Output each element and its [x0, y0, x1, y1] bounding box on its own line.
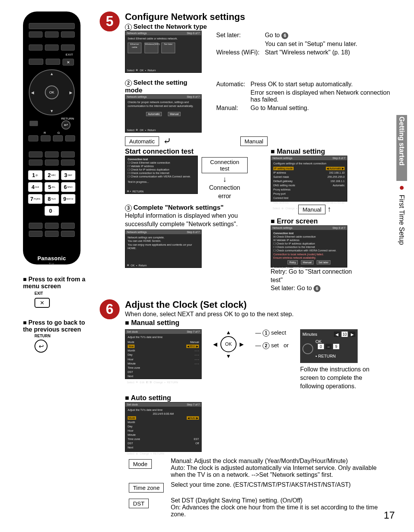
nav-cross: ▲ ◀ OK ▶ ▼: [213, 329, 244, 390]
manual-setting-head: Manual setting: [271, 148, 359, 156]
cfg-dst-box: DST: [129, 499, 149, 508]
step5-sub2: Select the setting mode: [125, 79, 187, 94]
remote-illustration: EXIT ✕ ▲ ▼ ◀ ▶ OK RETURN ↩: [23, 11, 80, 264]
nav-select: select: [271, 329, 286, 336]
side-tab: Getting started First Time Setup: [395, 111, 408, 249]
remote-key-3[interactable]: 3DEF: [61, 170, 76, 180]
arrow-right-icon[interactable]: ▶: [69, 90, 72, 95]
remote-color-g[interactable]: [41, 135, 51, 141]
wheel-icon[interactable]: [302, 343, 313, 354]
remote-key-1[interactable]: 1@.: [28, 170, 43, 180]
nav-or: or: [284, 342, 289, 348]
remote-color-y[interactable]: [53, 135, 63, 141]
remote-key-5[interactable]: 5JKL: [44, 182, 59, 192]
remote-numpad: 1@. 2ABC 3DEF 4GHI 5JKL 6MNO 7PQRS 8TUV …: [29, 170, 75, 216]
step5-setlater-table: Set later:Go to 6 You can set in "Setup"…: [213, 31, 360, 57]
exit-icon[interactable]: ✕: [34, 298, 50, 308]
remote-return-label: RETURN: [61, 117, 74, 120]
cfg-mode-txt: Manual: Adjust the clock manually (Year/…: [168, 456, 394, 479]
return-icon[interactable]: ↩: [34, 340, 48, 353]
step5-title: Configure Network settings: [125, 11, 395, 22]
connection-test-box: Connection test: [202, 157, 248, 173]
remote-key-9[interactable]: 9WXYZ: [61, 194, 76, 204]
ok-ring-icon[interactable]: OK: [220, 336, 237, 352]
remote-color-r[interactable]: [28, 135, 38, 141]
step5-mode-table: Automatic:Press OK to start setup automa…: [213, 80, 395, 113]
connection-error2: error: [202, 192, 248, 200]
remote-key-6[interactable]: 6MNO: [61, 182, 76, 192]
step6-config-table: Mode Manual: Adjust the clock manually (…: [125, 456, 395, 520]
step6-as-head: Auto setting: [125, 394, 395, 402]
step6-sub: When done, select NEXT and press OK to g…: [125, 310, 395, 319]
mini-setclock-manual: Set clockStep 7 of 7 Adjust the TV's dat…: [125, 329, 202, 379]
remote-small-button[interactable]: [30, 121, 38, 126]
cfg-tz-box: Time zone: [129, 483, 164, 493]
mini-error-screen: Network settingsStep 6 of 7 Connection t…: [271, 225, 347, 268]
step6-badge: 6: [100, 299, 120, 319]
remote-ok-button[interactable]: OK: [45, 85, 59, 99]
mini-manual-setting: Network settingsStep 6 of 7 Configure se…: [271, 156, 347, 202]
step5-sub1: Select the Network type: [133, 23, 207, 30]
left-return-small: RETURN: [34, 334, 88, 338]
connection-error1: Connection: [202, 184, 248, 192]
step5-sub3: Complete "Network settings": [133, 204, 223, 211]
remote-brand: Panasonic: [29, 255, 75, 261]
side-tab-dot: [400, 186, 404, 190]
left-exit-small: EXIT: [34, 291, 88, 296]
page-number: 17: [384, 509, 395, 521]
nav-set: set: [271, 342, 279, 348]
start-connection-test: Start connection test: [125, 148, 248, 156]
cfg-dst-txt: Set DST (Daylight Saving Time) setting. …: [168, 496, 394, 519]
remote-key-8[interactable]: 8TUV: [44, 194, 59, 204]
step5-badge: 5: [100, 11, 120, 31]
mini-setclock-auto: Set clockStep 7 of 7 Adjust the TV's dat…: [125, 402, 202, 452]
mini-network-type: Network settingsStep 6 of 7 Select Ether…: [125, 31, 202, 73]
arrow-down-icon: ⤶: [163, 135, 171, 147]
error-screen-head: Error screen: [271, 217, 359, 225]
left-back-note: Press to go back to the previous screen: [23, 319, 88, 333]
remote-return-button[interactable]: ↩: [61, 120, 71, 130]
remote-tv-label: TV: [29, 262, 75, 266]
manual-box: Manual: [240, 136, 268, 146]
step5-s3-text: Helpful information is displayed when yo…: [125, 212, 248, 228]
mini-connection-test: Connection test ☐ Check Ethernet cable c…: [125, 156, 198, 194]
minutes-panel: Minutes ◀10▶ OK 0–9 • RETURN: [300, 329, 358, 363]
step6-title: Adjust the Clock (Set clock): [125, 299, 395, 310]
remote-exit-button[interactable]: ✕: [62, 59, 74, 66]
remote-dpad[interactable]: ▲ ▼ ◀ ▶ OK: [29, 69, 75, 115]
remote-color-b[interactable]: [65, 135, 75, 141]
manual-box-2: Manual: [298, 205, 325, 214]
cfg-tz-txt: Select your time zone. (EST/CST/MST/PST/…: [168, 480, 394, 495]
automatic-box: Automatic: [125, 136, 159, 146]
left-exit-note: Press to exit from a menu screen: [23, 276, 88, 290]
side-tab-first: First Time Setup: [398, 195, 406, 245]
step6-ms-head: Manual setting: [125, 319, 395, 327]
remote-key-2[interactable]: 2ABC: [44, 170, 59, 180]
side-tab-getting: Getting started: [396, 115, 407, 181]
arrow-up-icon[interactable]: ▲: [50, 72, 54, 76]
arrow-down-icon[interactable]: ▼: [50, 109, 54, 113]
mini-setting-mode: Network settingsStep 6 of 7 Checks for p…: [125, 94, 202, 133]
remote-key-0[interactable]: 0- .: [44, 206, 59, 216]
remote-exit-label: EXIT: [29, 53, 73, 56]
remote-key-4[interactable]: 4GHI: [28, 182, 43, 192]
follow-note: Follow the instructions on screen to com…: [300, 365, 373, 390]
es-retry: Retry: Go to "Start connection test": [271, 268, 359, 284]
es-setlater: Set later: Go to 6: [271, 284, 359, 292]
cfg-mode-box: Mode: [129, 459, 152, 469]
remote-key-7[interactable]: 7PQRS: [28, 194, 43, 204]
mini-complete: Network settingsStep 6 of 7 Network sett…: [125, 230, 202, 268]
remote-g-label: G: [58, 131, 60, 135]
remote-r-label: R: [44, 131, 46, 135]
arrow-left-icon[interactable]: ◀: [31, 90, 34, 95]
